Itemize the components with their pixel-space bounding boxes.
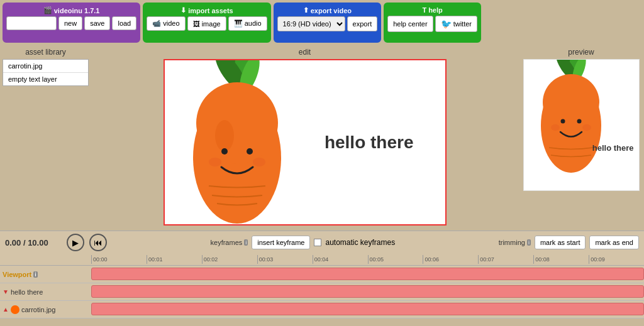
help-buttons: help center 🐦 twitter [387, 16, 477, 32]
trimming-section: trimming i mark as start mark as end [499, 236, 639, 249]
twitter-button[interactable]: 🐦 twitter [435, 16, 477, 32]
carrotin-track-content[interactable] [91, 301, 644, 318]
trimming-info-icon[interactable]: i [527, 239, 531, 246]
hello-there-track-label: ▼ hello there [0, 288, 91, 296]
export-icon: ⬆ [303, 6, 309, 14]
carrot-image [165, 60, 309, 225]
svg-point-5 [196, 82, 278, 164]
carrotin-label-text: carrotin.jpg [21, 306, 55, 313]
svg-point-6 [215, 120, 234, 151]
timeline-area: 0.00 / 10.00 ▶ ⏮ keyframes i insert keyf… [0, 231, 644, 318]
svg-point-9 [209, 158, 221, 166]
skip-button[interactable]: ⏮ [89, 234, 107, 251]
import-image-button[interactable]: 🖼 image [187, 16, 226, 31]
load-button[interactable]: load [112, 16, 136, 30]
canvas-text-overlay[interactable]: hello there [325, 133, 414, 153]
timeline-controls: 0.00 / 10.00 ▶ ⏮ keyframes i insert keyf… [0, 231, 644, 254]
svg-point-16 [543, 74, 599, 131]
viewport-track-content[interactable] [91, 266, 644, 283]
import-label: import assets [188, 7, 233, 14]
ruler-mark: 00:00 [91, 255, 147, 264]
automatic-keyframes-label: automatic keyframes [325, 238, 395, 247]
preview-text-overlay: hello there [592, 143, 634, 153]
help-icon: T [422, 6, 426, 14]
new-button[interactable]: new [58, 16, 82, 30]
preview-area: preview [518, 45, 644, 231]
viewport-info-icon[interactable]: i [33, 271, 38, 278]
svg-point-20 [582, 124, 591, 131]
app-section: 🎬 videoinu 1.7.1 my-project new save loa… [3, 3, 140, 43]
app-title: 🎬 videoinu 1.7.1 [43, 6, 100, 14]
ruler-mark: 00:03 [257, 255, 313, 264]
app-name-label: videoinu 1.7.1 [54, 7, 100, 14]
asset-library: asset library carrotin.jpg empty text la… [0, 45, 91, 231]
keyframes-info-icon[interactable]: i [244, 239, 248, 246]
edit-area: edit [91, 45, 518, 231]
mark-end-button[interactable]: mark as end [589, 236, 639, 249]
import-buttons: 📹 video 🖼 image 🎹 audio [147, 16, 267, 31]
app-buttons: my-project new save load [6, 16, 136, 30]
toolbar: 🎬 videoinu 1.7.1 my-project new save loa… [0, 0, 644, 45]
export-format-select[interactable]: 16:9 (HD video) 4:3 (SD video) 1:1 (Squa… [277, 16, 345, 31]
viewport-label-text: Viewport [3, 271, 31, 278]
svg-point-18 [577, 119, 581, 124]
ruler-mark: 00:09 [589, 255, 644, 264]
help-title: T help [422, 6, 442, 14]
image-icon: 🖼 [193, 20, 200, 28]
edit-canvas[interactable]: hello there [164, 59, 447, 225]
import-title: ⬇ import assets [180, 6, 233, 14]
carrotin-marker-icon: ▲ [3, 306, 9, 313]
help-label: help [428, 6, 443, 14]
asset-item-text[interactable]: empty text layer [3, 73, 88, 85]
asset-item-carrot[interactable]: carrotin.jpg [3, 60, 88, 73]
import-audio-button[interactable]: 🎹 audio [228, 16, 267, 31]
export-title: ⬆ export video [303, 6, 352, 14]
ruler-mark: 00:08 [533, 255, 589, 264]
keyframes-section: keyframes i insert keyframe automatic ke… [211, 236, 396, 249]
export-label: export video [311, 7, 352, 14]
trimming-label: trimming i [499, 239, 531, 246]
hello-there-bar[interactable] [91, 285, 644, 298]
viewport-track: Viewport i [0, 266, 644, 283]
twitter-bird-icon: 🐦 [441, 19, 452, 29]
hello-there-label-text: hello there [11, 288, 43, 296]
twitter-label: twitter [453, 20, 472, 28]
viewport-track-label: Viewport i [0, 271, 91, 278]
import-video-button[interactable]: 📹 video [147, 16, 185, 31]
ruler-mark: 00:06 [423, 255, 478, 264]
insert-keyframe-button[interactable]: insert keyframe [252, 236, 310, 249]
audio-icon: 🎹 [234, 19, 243, 27]
export-buttons: 16:9 (HD video) 4:3 (SD video) 1:1 (Squa… [277, 16, 378, 31]
carrot-thumbnail-icon [11, 305, 19, 314]
timeline-ruler: 00:0000:0100:0200:0300:0400:0500:0600:07… [0, 254, 644, 266]
carrotin-track-label: ▲ carrotin.jpg [0, 305, 91, 314]
ruler-mark: 00:01 [147, 255, 202, 264]
app-icon: 🎬 [43, 6, 52, 14]
asset-library-title: asset library [3, 48, 89, 57]
carrotin-bar[interactable] [91, 303, 644, 315]
play-icon: ▶ [72, 238, 79, 247]
preview-carrot-image [524, 60, 640, 173]
time-display: 0.00 / 10.00 [5, 238, 62, 247]
project-name-input[interactable]: my-project [6, 16, 57, 30]
skip-icon: ⏮ [94, 237, 103, 247]
main-area: asset library carrotin.jpg empty text la… [0, 45, 644, 231]
help-center-button[interactable]: help center [387, 16, 433, 32]
export-button[interactable]: export [347, 16, 378, 31]
viewport-bar[interactable] [91, 268, 644, 280]
timeline-tracks: Viewport i ▼ hello there ▲ carrotin.jpg [0, 266, 644, 318]
export-section: ⬆ export video 16:9 (HD video) 4:3 (SD v… [274, 3, 382, 43]
edit-title: edit [299, 48, 311, 57]
svg-point-7 [221, 148, 228, 155]
preview-title: preview [568, 48, 594, 57]
help-section: T help help center 🐦 twitter [384, 3, 481, 43]
mark-start-button[interactable]: mark as start [535, 236, 586, 249]
import-section: ⬇ import assets 📹 video 🖼 image 🎹 audio [143, 3, 270, 43]
save-button[interactable]: save [84, 16, 110, 30]
play-button[interactable]: ▶ [67, 234, 84, 251]
hello-there-track-content[interactable] [91, 283, 644, 300]
automatic-keyframes-checkbox[interactable] [314, 239, 321, 246]
svg-point-8 [247, 148, 253, 155]
video-icon: 📹 [152, 19, 161, 27]
ruler-marks: 00:0000:0100:0200:0300:0400:0500:0600:07… [91, 255, 644, 264]
